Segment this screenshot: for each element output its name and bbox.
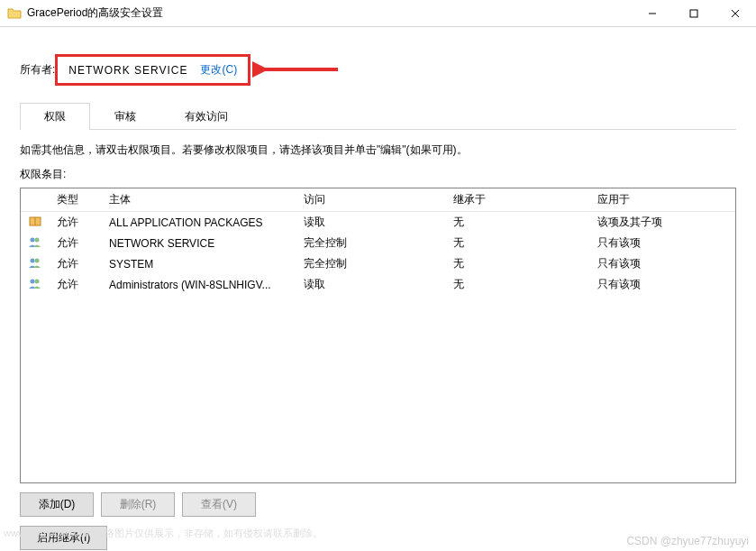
cell-principal: ALL APPLICATION PACKAGES [102,212,296,234]
window-controls [632,0,756,27]
col-icon[interactable] [21,188,50,212]
row-principal-icon [21,253,50,274]
cell-applies: 该项及其子项 [590,212,735,234]
cell-principal: NETWORK SERVICE [102,233,296,253]
buttons-row: 添加(D) 删除(R) 查看(V) [20,492,736,517]
remove-button[interactable]: 删除(R) [101,492,175,517]
close-button[interactable] [715,0,756,27]
col-applies[interactable]: 应用于 [590,188,735,212]
window-title: GracePeriod的高级安全设置 [27,5,632,21]
entries-label: 权限条目: [20,167,736,182]
cell-principal: SYSTEM [102,253,296,274]
svg-point-8 [35,238,40,243]
col-inherited[interactable]: 继承于 [446,188,590,212]
titlebar: GracePeriod的高级安全设置 [0,0,756,27]
cell-access: 完全控制 [296,233,446,253]
cell-inherited: 无 [446,212,590,234]
maximize-button[interactable] [673,0,715,27]
col-type[interactable]: 类型 [50,188,102,212]
add-button[interactable]: 添加(D) [20,492,94,517]
row-principal-icon [21,274,50,295]
info-text: 如需其他信息，请双击权限项目。若要修改权限项目，请选择该项目并单击"编辑"(如果… [20,142,736,158]
owner-value: NETWORK SERVICE [68,64,187,77]
folder-icon [7,6,22,21]
cell-inherited: 无 [446,274,590,295]
cell-access: 完全控制 [296,253,446,274]
minimize-button[interactable] [632,0,673,27]
svg-rect-1 [690,10,697,17]
col-access[interactable]: 访问 [296,188,446,212]
cell-applies: 只有该项 [590,253,735,274]
cell-type: 允许 [50,253,102,274]
svg-point-12 [35,280,40,284]
tab-effective-access[interactable]: 有效访问 [160,103,252,130]
tabs: 权限 审核 有效访问 [20,102,736,130]
table-header-row: 类型 主体 访问 继承于 应用于 [21,188,735,212]
view-button[interactable]: 查看(V) [182,492,256,517]
watermark-left: www.toymoban.com 网络图片仅供展示，非存储，如有侵权请联系删除。 [4,527,323,540]
table-row[interactable]: 允许Administrators (WIN-8SLNHIGV...读取无只有该项 [21,274,735,295]
col-principal[interactable]: 主体 [102,188,296,212]
svg-point-7 [31,238,35,243]
permissions-table-container: 类型 主体 访问 继承于 应用于 允许ALL APPLICATION PACKA… [20,188,736,483]
table-row[interactable]: 允许SYSTEM完全控制无只有该项 [21,253,735,274]
cell-principal: Administrators (WIN-8SLNHIGV... [102,274,296,295]
cell-type: 允许 [50,233,102,253]
row-principal-icon [21,212,50,234]
cell-access: 读取 [296,212,446,234]
svg-point-11 [31,280,35,284]
watermark-right: CSDN @zhyue77zhuyuyi [626,535,749,547]
row-principal-icon [21,233,50,253]
owner-highlight-box: NETWORK SERVICE 更改(C) [55,54,250,86]
svg-point-10 [35,259,40,263]
tab-permissions[interactable]: 权限 [20,103,90,130]
cell-inherited: 无 [446,253,590,274]
svg-point-9 [31,259,35,263]
cell-inherited: 无 [446,233,590,253]
tab-auditing[interactable]: 审核 [90,103,160,130]
owner-change-link[interactable]: 更改(C) [200,62,237,78]
table-row[interactable]: 允许ALL APPLICATION PACKAGES读取无该项及其子项 [21,212,735,234]
permissions-table: 类型 主体 访问 继承于 应用于 允许ALL APPLICATION PACKA… [21,188,735,295]
cell-type: 允许 [50,212,102,234]
cell-access: 读取 [296,274,446,295]
owner-label: 所有者: [20,62,55,78]
cell-applies: 只有该项 [590,274,735,295]
owner-row: 所有者: NETWORK SERVICE 更改(C) [20,54,736,86]
cell-type: 允许 [50,274,102,295]
cell-applies: 只有该项 [590,233,735,253]
annotation-arrow-icon [252,58,342,81]
table-row[interactable]: 允许NETWORK SERVICE完全控制无只有该项 [21,233,735,253]
